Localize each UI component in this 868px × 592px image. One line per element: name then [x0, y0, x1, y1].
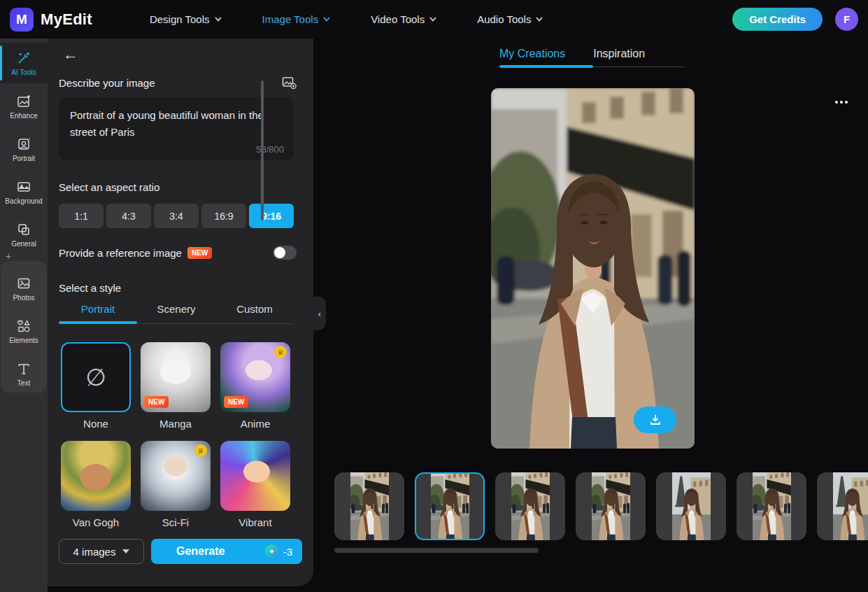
tab-custom[interactable]: Custom: [215, 303, 294, 323]
style-card-none[interactable]: ∅ None: [61, 342, 131, 430]
back-button[interactable]: ←: [60, 44, 81, 65]
reference-image-toggle[interactable]: [273, 246, 297, 260]
prompt-box: Portrait of a young beautiful woman in t…: [59, 97, 294, 160]
sidebar-item-general[interactable]: General: [0, 214, 48, 255]
sidebar-item-label: Background: [5, 197, 42, 205]
premium-crown-icon: ♕: [274, 346, 287, 358]
sidebar-item-elements[interactable]: Elements: [0, 311, 48, 351]
nav-image-tools[interactable]: Image Tools: [262, 13, 331, 25]
magic-wand-icon: [16, 50, 31, 66]
download-button[interactable]: [634, 407, 676, 433]
sidebar-item-photos[interactable]: Photos: [0, 268, 48, 309]
tab-scenery[interactable]: Scenery: [137, 303, 215, 323]
nav-label: Image Tools: [262, 13, 319, 25]
sidebar-item-portrait[interactable]: Portrait: [0, 129, 48, 169]
credit-cost-value: -3: [283, 546, 292, 558]
style-card-label: Manga: [159, 418, 192, 430]
credit-icon: ✦: [265, 544, 279, 558]
main-nav: Design Tools Image Tools Video Tools Aud…: [150, 13, 543, 25]
style-card-vibrant[interactable]: Vibrant: [220, 441, 290, 528]
style-card-grid: ∅ None NEW Manga NEW♕ Anime Van Gogh ♕ S…: [61, 342, 299, 540]
style-card-sci-fi[interactable]: ♕ Sci-Fi: [141, 441, 211, 528]
style-card-anime[interactable]: NEW♕ Anime: [220, 342, 290, 430]
sidebar-item-enhance[interactable]: Enhance: [0, 86, 48, 127]
sidebar-item-label: Photos: [13, 294, 34, 302]
thumbnail-7[interactable]: [817, 472, 868, 540]
thumbnail-5[interactable]: [656, 472, 726, 540]
get-credits-button[interactable]: Get Credits: [732, 8, 823, 31]
sidebar-item-label: AI Tools: [11, 69, 36, 76]
background-image-icon: [16, 179, 31, 195]
thumbnail-3[interactable]: [495, 472, 565, 540]
image-sparkle-icon: [16, 94, 31, 109]
content-active-tab-underline: [499, 65, 593, 68]
aspect-ratio-group: 1:1 4:3 3:4 16:9 9:16: [59, 204, 294, 228]
image-add-icon[interactable]: [281, 75, 297, 90]
chevron-down-icon: [429, 17, 436, 22]
style-card-van-gogh[interactable]: Van Gogh: [61, 441, 131, 528]
shapes-icon: [16, 318, 31, 334]
nav-design-tools[interactable]: Design Tools: [150, 13, 222, 25]
aspect-1-1-button[interactable]: 1:1: [59, 204, 104, 228]
sidebar-item-label: General: [11, 240, 36, 248]
top-navbar: M MyEdit Design Tools Image Tools Video …: [0, 0, 868, 38]
thumbnail-1[interactable]: [334, 472, 404, 540]
none-glyph: ∅: [62, 344, 129, 411]
caret-down-icon: [122, 549, 129, 554]
thumbnail-4[interactable]: [576, 472, 646, 540]
generate-button[interactable]: Generate ✦ -3: [151, 539, 302, 564]
aspect-3-4-button[interactable]: 3:4: [154, 204, 199, 228]
sidebar-item-label: Enhance: [10, 112, 37, 120]
sidebar-item-label: Portrait: [13, 155, 35, 162]
myedit-logo-icon: M: [10, 8, 34, 31]
generate-label: Generate: [176, 545, 225, 558]
sidebar-item-label: Text: [17, 379, 30, 387]
more-options-button[interactable]: [831, 97, 852, 108]
plus-icon[interactable]: +: [6, 251, 11, 262]
style-label: Select a style: [59, 282, 121, 294]
new-badge: NEW: [187, 247, 212, 259]
chevron-down-icon: [536, 17, 543, 22]
tab-portrait[interactable]: Portrait: [59, 303, 137, 323]
image-count-dropdown[interactable]: 4 images: [59, 539, 144, 564]
sidebar-item-label: Elements: [9, 337, 38, 344]
user-avatar[interactable]: F: [835, 8, 858, 31]
style-card-manga[interactable]: NEW Manga: [141, 342, 211, 430]
portrait-frame-icon: [16, 136, 31, 152]
overlapping-squares-icon: [16, 222, 31, 237]
nav-video-tools[interactable]: Video Tools: [371, 13, 436, 25]
generated-image-preview[interactable]: [491, 88, 695, 449]
thumbnail-6[interactable]: [737, 472, 806, 540]
premium-crown-icon: ♕: [194, 444, 207, 457]
toggle-knob: [274, 247, 285, 258]
thumbnail-scrollbar[interactable]: [334, 548, 539, 553]
aspect-4-3-button[interactable]: 4:3: [106, 204, 151, 228]
aspect-9-16-button[interactable]: 9:16: [249, 204, 294, 228]
active-tab-underline: [59, 321, 137, 324]
describe-label: Describe your image: [59, 77, 155, 89]
nav-label: Video Tools: [371, 13, 425, 25]
sidebar-item-text[interactable]: Text: [0, 353, 48, 394]
reference-image-label: Provide a reference image: [59, 247, 182, 259]
generated-photo: [491, 88, 695, 449]
text-icon: [16, 361, 31, 376]
prompt-input[interactable]: Portrait of a young beautiful woman in t…: [69, 106, 284, 142]
style-card-label: Sci-Fi: [162, 516, 189, 528]
tool-sidebar: AI Tools Enhance Portrait Background Gen…: [0, 38, 48, 592]
chevron-down-icon: [215, 17, 222, 22]
aspect-ratio-label: Select an aspect ratio: [59, 181, 159, 193]
tab-inspiration[interactable]: Inspiration: [593, 43, 645, 71]
panel-scrollbar[interactable]: [261, 80, 264, 220]
collapse-panel-handle[interactable]: ‹: [313, 297, 326, 330]
sidebar-item-background[interactable]: Background: [0, 171, 48, 212]
nav-right: Get Credits F: [732, 8, 858, 31]
aspect-16-9-button[interactable]: 16:9: [201, 204, 246, 228]
brand[interactable]: M MyEdit: [10, 8, 92, 31]
style-card-label: Anime: [241, 418, 271, 430]
sidebar-item-ai-tools[interactable]: AI Tools: [0, 43, 48, 83]
chevron-down-icon: [323, 17, 330, 22]
nav-audio-tools[interactable]: Audio Tools: [477, 13, 543, 25]
myedit-app: M MyEdit Design Tools Image Tools Video …: [0, 0, 868, 592]
thumbnail-2-selected[interactable]: [415, 472, 485, 540]
nav-label: Audio Tools: [477, 13, 531, 25]
